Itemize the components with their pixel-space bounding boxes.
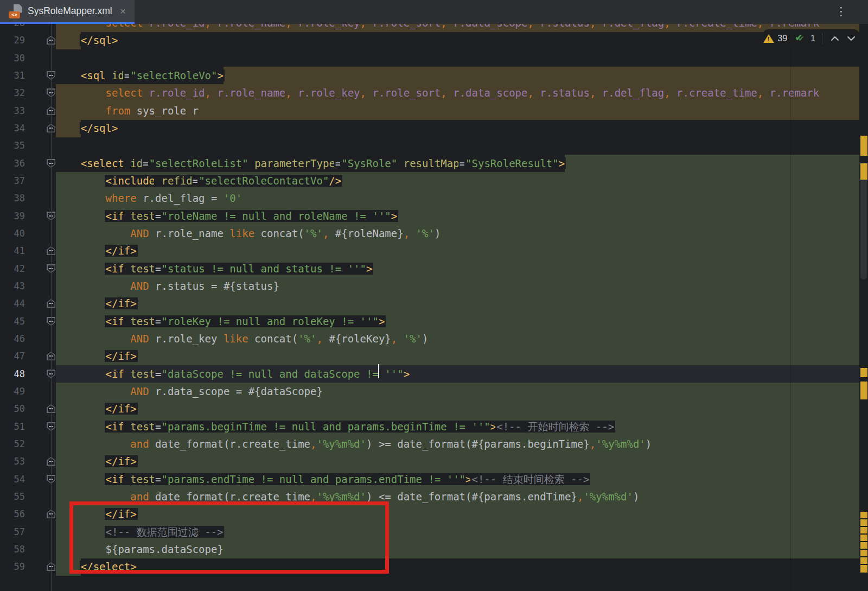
line-number: 35 (0, 137, 25, 155)
code-line-30[interactable]: 30 (0, 49, 868, 67)
warning-stripe-mark[interactable] (860, 368, 867, 377)
code-token: , (285, 87, 298, 99)
code-text[interactable]: </sql> (56, 31, 118, 49)
code-line-29[interactable]: 29 </sql> (0, 31, 868, 49)
code-line-31[interactable]: 31 <sql id="selectRoleVo"> (0, 67, 868, 85)
warning-stripe-mark[interactable] (860, 382, 867, 399)
warning-stripe-mark[interactable] (860, 519, 867, 526)
code-token (124, 315, 130, 327)
previous-problem-button[interactable] (827, 31, 843, 46)
code-line-46[interactable]: 46 AND r.role_key like concat('%', #{rol… (0, 330, 868, 348)
code-token (124, 263, 130, 275)
code-text[interactable]: <if test="status != null and status != '… (56, 260, 372, 278)
code-text[interactable]: select r.role_id, r.role_name, r.role_ke… (56, 84, 819, 102)
code-line-52[interactable]: 52 and date_format(r.create_time,'%y%m%d… (0, 435, 868, 453)
warning-stripe-mark[interactable] (860, 550, 867, 556)
next-problem-button[interactable] (843, 31, 859, 46)
code-text[interactable]: <if test="dataScope != null and dataScop… (56, 365, 410, 383)
code-token: ) (422, 333, 428, 345)
warning-stripe-mark[interactable] (860, 512, 867, 518)
code-text[interactable]: </if> (56, 400, 137, 418)
code-line-48[interactable]: 48 <if test="dataScope != null and dataS… (0, 365, 868, 383)
code-line-44[interactable]: 44 </if> (0, 295, 868, 313)
code-token: = (155, 315, 161, 327)
tab-sysrolemapper-xml[interactable]: <> SysRoleMapper.xml ✕ (0, 0, 135, 24)
code-token (56, 297, 106, 309)
code-token: > (465, 473, 471, 485)
code-text[interactable]: </if> (56, 242, 137, 260)
code-line-33[interactable]: 33 from sys_role r (0, 102, 868, 120)
code-text[interactable]: and date_format(r.create_time,'%y%m%d') … (56, 435, 652, 453)
code-token: "params.beginTime != null and params.beg… (162, 421, 490, 433)
warning-stripe-mark[interactable] (860, 163, 867, 180)
code-line-39[interactable]: 39 <if test="roleName != null and roleNa… (0, 207, 868, 225)
code-text[interactable]: AND r.status = #{status} (56, 277, 279, 295)
code-token: , (664, 87, 676, 99)
more-options-icon[interactable]: ⋮ (835, 3, 847, 20)
code-line-35[interactable]: 35 (0, 137, 868, 155)
code-text[interactable]: AND r.role_name like concat('%', #{roleN… (56, 225, 441, 243)
warning-count[interactable]: 39 (777, 34, 787, 43)
scrollbar-thumb[interactable] (860, 163, 867, 279)
line-number: 31 (0, 67, 25, 85)
code-token (155, 175, 161, 187)
code-text[interactable]: <if test="params.endTime != null and par… (56, 471, 589, 488)
warning-stripe-mark[interactable] (860, 565, 867, 573)
code-line-36[interactable]: 36 <select id="selectRoleList" parameter… (0, 155, 868, 173)
code-text[interactable]: </if> (56, 347, 137, 365)
tab-close-icon[interactable]: ✕ (120, 7, 126, 16)
code-token: = (459, 157, 465, 169)
line-number: 30 (0, 49, 25, 67)
code-token (56, 438, 130, 450)
code-text[interactable]: AND r.data_scope = #{dataScope} (56, 383, 323, 401)
code-text[interactable]: AND r.role_key like concat('%', #{roleKe… (56, 330, 428, 348)
code-line-51[interactable]: 51 <if test="params.beginTime != null an… (0, 418, 868, 436)
code-line-32[interactable]: 32 select r.role_id, r.role_name, r.role… (0, 84, 868, 102)
code-token: #{roleName} (335, 227, 404, 239)
code-token: ) (435, 227, 441, 239)
line-number: 53 (0, 453, 25, 471)
code-line-43[interactable]: 43 AND r.status = #{status} (0, 277, 868, 295)
code-line-49[interactable]: 49 AND r.data_scope = #{dataScope} (0, 383, 868, 401)
error-stripe-scrollbar[interactable] (859, 24, 868, 591)
code-text[interactable]: where r.del_flag = '0' (56, 189, 242, 207)
code-token (397, 157, 403, 169)
code-text[interactable]: </sql> (56, 119, 118, 137)
warning-stripe-mark[interactable] (860, 535, 867, 541)
code-token: > (559, 157, 565, 169)
code-text[interactable]: <sql id="selectRoleVo"> (56, 67, 224, 85)
passed-count[interactable]: 1 (810, 34, 815, 43)
code-text[interactable]: <select id="selectRoleList" parameterTyp… (56, 155, 565, 173)
code-line-40[interactable]: 40 AND r.role_name like concat('%', #{ro… (0, 225, 868, 243)
code-text[interactable]: <if test="roleName != null and roleName … (56, 207, 397, 225)
code-line-38[interactable]: 38 where r.del_flag = '0' (0, 189, 868, 207)
code-token: #{roleKey} (329, 333, 391, 345)
code-line-53[interactable]: 53 </if> (0, 453, 868, 471)
code-token: <if (106, 210, 124, 222)
warning-stripe-mark[interactable] (860, 136, 867, 156)
code-token: concat( (261, 227, 304, 239)
warning-stripe-mark[interactable] (860, 557, 867, 564)
code-token: date_format(r.create_time (155, 438, 310, 450)
code-text[interactable]: </if> (56, 295, 137, 313)
code-line-45[interactable]: 45 <if test="roleKey != null and roleKey… (0, 313, 868, 331)
code-line-34[interactable]: 34 </sql> (0, 119, 868, 137)
code-line-54[interactable]: 54 <if test="params.endTime != null and … (0, 471, 868, 488)
code-token: test (130, 473, 155, 485)
code-text[interactable]: <if test="params.beginTime != null and p… (56, 418, 614, 436)
code-text[interactable]: <include refid="selectRoleContactVo"/> (56, 172, 341, 190)
code-line-37[interactable]: 37 <include refid="selectRoleContactVo"/… (0, 172, 868, 190)
injected-sql-background (56, 400, 860, 418)
code-line-41[interactable]: 41 </if> (0, 242, 868, 260)
warning-stripe-mark[interactable] (860, 527, 867, 533)
code-text[interactable]: <if test="roleKey != null and roleKey !=… (56, 313, 385, 331)
code-line-50[interactable]: 50 </if> (0, 400, 868, 418)
warning-icon[interactable]: ! (763, 34, 774, 43)
code-line-42[interactable]: 42 <if test="status != null and status !… (0, 260, 868, 278)
code-text[interactable]: from sys_role r (56, 102, 199, 120)
warning-stripe-mark[interactable] (860, 542, 867, 549)
code-text[interactable]: </if> (56, 453, 137, 471)
line-number: 44 (0, 295, 25, 313)
code-token: ) (633, 491, 639, 503)
code-line-47[interactable]: 47 </if> (0, 347, 868, 365)
